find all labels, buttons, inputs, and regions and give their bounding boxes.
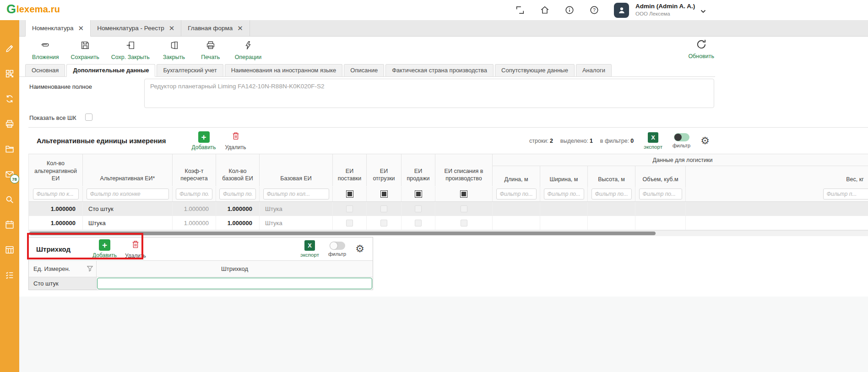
filter-checkbox-otgruzki[interactable] bbox=[380, 190, 388, 198]
print-button[interactable]: Печать bbox=[198, 40, 223, 60]
sync-icon[interactable] bbox=[5, 93, 15, 104]
mail-icon[interactable]: 78 bbox=[5, 169, 15, 179]
table-row[interactable]: Сто штук bbox=[29, 277, 373, 290]
home-icon[interactable] bbox=[540, 5, 550, 15]
row-checkbox-prodazhi[interactable] bbox=[415, 205, 422, 212]
barcode-input[interactable] bbox=[97, 278, 372, 289]
col-barcode[interactable]: Штрихкод bbox=[97, 261, 373, 277]
show-all-barcodes-checkbox[interactable] bbox=[85, 113, 92, 121]
col-length[interactable]: Длина, м bbox=[493, 166, 540, 187]
barcode-add-button[interactable]: + Добавить bbox=[92, 239, 117, 259]
subtab-analogi[interactable]: Аналоги bbox=[576, 64, 612, 76]
edit-icon[interactable] bbox=[5, 43, 15, 54]
row-checkbox-postavki[interactable] bbox=[346, 220, 353, 226]
barcode-filter-toggle[interactable]: фильтр bbox=[328, 242, 346, 257]
col-ei-postavki[interactable]: ЕИ поставки bbox=[333, 154, 367, 186]
col-qty-base[interactable]: Кол-во базовой ЕИ bbox=[216, 154, 260, 186]
alt-delete-button[interactable]: Удалить bbox=[225, 131, 246, 151]
col-unit[interactable]: Ед. Измерен. bbox=[29, 261, 97, 277]
search-icon[interactable] bbox=[5, 194, 15, 205]
table-icon[interactable] bbox=[5, 244, 15, 255]
funnel-filter-icon[interactable] bbox=[87, 265, 93, 273]
tab-nomenklatura-reestr[interactable]: Номенклатура - Реестр ✕ bbox=[91, 20, 181, 36]
rows-stat-value: 2 bbox=[550, 138, 553, 144]
filter-input-width[interactable] bbox=[544, 189, 584, 199]
table-row[interactable]: 1.000000 Штука 1.000000 1.000000 Штука bbox=[29, 216, 868, 230]
folder-icon[interactable] bbox=[5, 144, 15, 154]
row-checkbox-otgruzki[interactable] bbox=[380, 205, 387, 212]
table-row[interactable]: 1.000000 Сто штук 1.000000 1.000000 Штук… bbox=[29, 202, 868, 216]
checklist-icon[interactable] bbox=[5, 270, 15, 280]
filter-input-length[interactable] bbox=[496, 189, 537, 199]
col-height[interactable]: Высота, м bbox=[588, 166, 635, 187]
close-button[interactable]: Закрыть bbox=[162, 40, 186, 60]
filter-input-volume[interactable] bbox=[639, 189, 682, 199]
filter-input-weight[interactable] bbox=[823, 189, 868, 199]
subtab-soputstvuyushchie[interactable]: Сопутствующие данные bbox=[495, 64, 575, 76]
col-volume[interactable]: Объем, куб.м bbox=[635, 166, 686, 187]
subtab-dopolnitelnye-dannye[interactable]: Дополнительные данные bbox=[66, 64, 155, 77]
row-checkbox-prodazhi[interactable] bbox=[415, 220, 422, 226]
col-weight[interactable]: Вес, кг bbox=[686, 166, 868, 187]
col-ei-spisaniya[interactable]: ЕИ списания в производство bbox=[435, 154, 493, 186]
alt-export-button[interactable]: X экспорт bbox=[644, 132, 662, 150]
col-ei-prodazhi[interactable]: ЕИ продажи bbox=[401, 154, 435, 186]
row-checkbox-otgruzki[interactable] bbox=[380, 220, 387, 226]
tab-close-icon[interactable]: ✕ bbox=[169, 25, 175, 32]
user-avatar[interactable] bbox=[614, 3, 629, 18]
scrollbar-thumb[interactable] bbox=[29, 232, 656, 235]
cell-unit[interactable]: Сто штук bbox=[29, 277, 97, 290]
row-checkbox-spisaniya[interactable] bbox=[461, 205, 467, 212]
logo[interactable]: G lexema.ru bbox=[6, 3, 60, 16]
refresh-button[interactable]: Обновить bbox=[688, 38, 714, 59]
tab-close-icon[interactable]: ✕ bbox=[237, 25, 243, 32]
barcode-delete-button[interactable]: Удалить bbox=[125, 239, 146, 259]
col-alt-unit[interactable]: Альтернативная ЕИ* bbox=[83, 154, 173, 186]
filter-input-coef[interactable] bbox=[176, 189, 212, 199]
filter-checkbox-postavki[interactable] bbox=[346, 190, 353, 198]
filter-input-qty-alt[interactable] bbox=[33, 189, 79, 199]
save-button[interactable]: Сохранить bbox=[71, 40, 99, 60]
row-checkbox-spisaniya[interactable] bbox=[461, 220, 467, 226]
col-coef[interactable]: Коэф-т пересчета bbox=[173, 154, 216, 186]
tab-glavnaya-forma[interactable]: Главная форма ✕ bbox=[181, 20, 250, 36]
horizontal-scrollbar[interactable] bbox=[28, 230, 868, 236]
chevron-down-icon[interactable] bbox=[700, 7, 706, 15]
subtab-osnovnaya[interactable]: Основная bbox=[25, 64, 65, 76]
print-icon[interactable] bbox=[5, 119, 15, 129]
calendar-icon[interactable] bbox=[5, 219, 15, 230]
settings-gear-icon[interactable]: ⚙ bbox=[700, 136, 710, 146]
info-icon[interactable] bbox=[564, 5, 575, 15]
tab-nomenklatura[interactable]: Номенклатура ✕ bbox=[25, 20, 91, 37]
operations-button[interactable]: Операции bbox=[235, 40, 261, 60]
subtab-strana-proizvodstva[interactable]: Фактическая страна производства bbox=[385, 64, 494, 76]
user-info[interactable]: Admin (Admin A. A.) ООО Лексема bbox=[635, 3, 695, 17]
filter-checkbox-spisaniya[interactable] bbox=[460, 190, 467, 198]
filter-input-base-unit[interactable] bbox=[263, 189, 329, 199]
col-qty-alt[interactable]: Кол-во альтернативной ЕИ bbox=[29, 154, 83, 186]
filter-checkbox-prodazhi[interactable] bbox=[415, 190, 422, 198]
alt-add-button[interactable]: + Добавить bbox=[192, 131, 216, 151]
col-base-unit[interactable]: Базовая ЕИ bbox=[260, 154, 333, 186]
qr-grid-icon[interactable] bbox=[5, 68, 15, 79]
settings-gear-icon[interactable]: ⚙ bbox=[355, 244, 364, 254]
save-close-button[interactable]: Сохр. Закрыть bbox=[111, 40, 150, 60]
col-width[interactable]: Ширина, м bbox=[540, 166, 588, 187]
tab-close-icon[interactable]: ✕ bbox=[78, 25, 84, 32]
barcode-export-button[interactable]: X экспорт bbox=[300, 240, 319, 258]
filter-input-height[interactable] bbox=[591, 189, 632, 199]
layout-switch-icon[interactable] bbox=[515, 5, 525, 15]
filter-toggle-off[interactable] bbox=[330, 242, 345, 250]
alt-filter-toggle[interactable]: фильтр bbox=[673, 133, 690, 148]
attachments-button[interactable]: Вложения bbox=[32, 40, 59, 60]
full-name-field[interactable]: Редуктор планетарный Liming FA142-10N-R8… bbox=[144, 79, 714, 108]
filter-input-qty-base[interactable] bbox=[219, 189, 256, 199]
subtab-opisanie[interactable]: Описание bbox=[344, 64, 384, 76]
col-ei-otgruzki[interactable]: ЕИ отгрузки bbox=[367, 154, 401, 186]
subtab-buhgalterskiy-uchet[interactable]: Бухгалтерский учет bbox=[157, 64, 223, 76]
filter-input-alt-unit[interactable] bbox=[87, 189, 169, 199]
help-icon[interactable]: ? bbox=[589, 5, 599, 15]
subtab-naimenovaniya[interactable]: Наименования на иностранном языке bbox=[225, 64, 343, 76]
filter-toggle-on[interactable] bbox=[674, 133, 689, 141]
row-checkbox-postavki[interactable] bbox=[346, 205, 353, 212]
